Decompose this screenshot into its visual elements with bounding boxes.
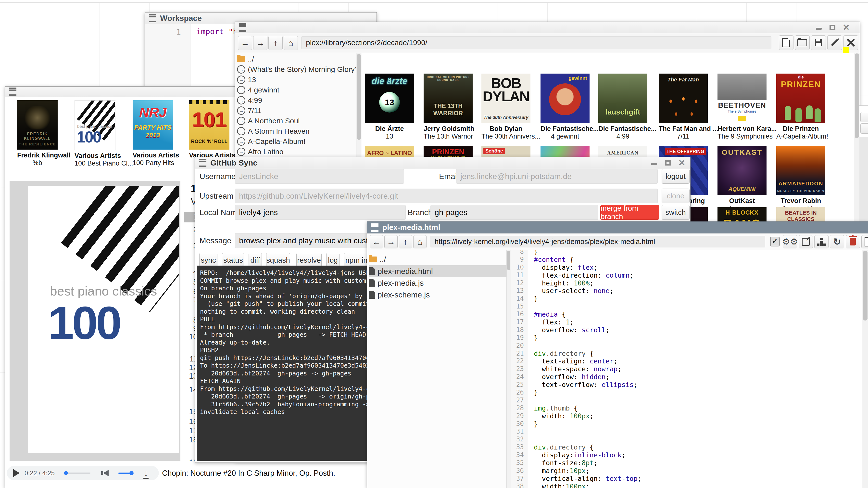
minimize-button[interactable] [815,24,823,31]
close-button[interactable]: × [842,24,850,31]
file-item[interactable]: plex-media.js [369,277,506,289]
volume-handle[interactable] [129,471,133,475]
album-tile[interactable]: PRINZENdieDie PrinzenA-Capella-Album! [776,73,825,140]
sidebar-item[interactable]: →Afro Latino [237,147,283,157]
menu-icon[interactable] [239,23,246,32]
code-editor[interactable]: }#content { display: flex; flex-directio… [528,250,862,488]
album-tile[interactable]: lauschgiftDie Fantastische...4:99 [598,73,647,140]
sidebar-item[interactable]: →A Northern Soul [237,116,300,126]
username-input[interactable] [235,169,404,184]
forward-button[interactable]: → [384,235,398,248]
album-tile[interactable]: 101ROCK 'N' ROLLVarious Artists [189,100,229,159]
switch-button[interactable]: switch [661,205,689,220]
sidebar-item[interactable]: →A-Capella-Album! [237,136,305,147]
editor-titlebar[interactable]: plex-media.html [367,222,868,234]
album-cover[interactable]: PRINZENdie [776,73,825,123]
back-button[interactable]: ← [370,235,383,248]
home-button[interactable]: ⌂ [284,36,298,50]
new-file-button[interactable] [861,235,868,248]
seek-slider[interactable] [63,472,90,474]
menu-icon[interactable] [9,88,17,96]
maximize-button[interactable] [664,159,672,166]
branch-input[interactable] [430,205,598,220]
minimize-button[interactable] [651,159,658,166]
album-tile[interactable]: THE 13TH WARRIORORIGINAL MOTION PICTURE … [424,73,473,140]
up-button[interactable]: ↑ [269,36,283,50]
url-input[interactable] [301,36,771,49]
sync-button[interactable]: sync [199,253,217,268]
album-cover[interactable]: 101ROCK 'N' ROLL [189,100,229,150]
audio-controls[interactable]: 0:22 / 4:25 ↓ [7,466,159,480]
log-button[interactable]: log [326,253,340,268]
localname-input[interactable] [235,205,406,220]
up-button[interactable]: ↑ [399,235,412,248]
album-cover[interactable]: FREDRIK KLINGWALLTHE RESILIENCE [17,100,58,150]
album-tile[interactable]: OUTKASTAQUEMINIOutKastAquemini [717,146,767,212]
upstream-input[interactable] [235,189,658,203]
edit-button[interactable] [827,35,842,50]
save-button[interactable] [811,35,826,50]
volume-icon[interactable] [103,470,108,476]
partial-button[interactable] [860,112,868,122]
open-external-button[interactable] [799,235,813,248]
email-input[interactable] [456,169,658,184]
album-cover[interactable]: The Fat Man [659,73,708,123]
refresh-button[interactable]: ↻ [830,235,844,248]
merge-from-branch-button[interactable]: merge from branch [600,205,659,220]
volume-slider[interactable] [118,472,133,474]
sidebar-item[interactable]: →7/11 [237,105,261,116]
close-button[interactable]: × [678,159,685,166]
squash-button[interactable]: squash [266,253,290,268]
sidebar-item[interactable]: →4 gewinnt [237,85,279,95]
album-cover[interactable]: NRJPARTY HITS 2013 [133,100,173,150]
album-cover[interactable]: lauschgift [598,73,647,123]
open-folder-button[interactable] [795,35,810,50]
menu-icon[interactable] [371,223,378,232]
menu-icon[interactable] [199,159,207,167]
album-cover[interactable]: die ärzte [365,73,414,123]
album-tile[interactable]: ARMAGEDDONMUSIC BY TREVOR RABINTrevor Ra… [776,146,825,212]
resolve-button[interactable]: resolve [297,253,321,268]
settings-button[interactable]: ⚙⚙ [783,235,797,248]
album-tile[interactable]: gewinntDie Fantastische...4 gewinnt [540,73,590,140]
album-cover[interactable]: BOB DYLANThe 30th Anniversary [482,73,530,123]
album-cover[interactable]: BEETHOVENThe 9 Symphonies [717,73,767,123]
album-cover[interactable]: THE 13TH WARRIORORIGINAL MOTION PICTURE … [424,73,473,123]
delete-button[interactable] [846,235,860,248]
album-tile[interactable]: best piano classics100Various Artists100… [74,100,115,167]
album-tile[interactable]: The Fat ManThe Fat Man and ...7/11 [659,73,708,140]
album-cover[interactable]: best piano classics100 [74,100,116,150]
maximize-button[interactable] [829,24,836,31]
new-file-button[interactable] [779,35,794,50]
file-item[interactable]: plex-scheme.js [369,289,506,301]
status-button[interactable]: status [222,253,244,268]
clone-button[interactable]: clone [661,189,689,203]
album-cover[interactable]: gewinnt [540,73,590,123]
album-cover[interactable]: ARMAGEDDONMUSIC BY TREVOR RABIN [776,146,825,195]
editor-scrollbar[interactable] [862,250,868,488]
sidebar-item[interactable]: →(What's the Story) Morning Glory? [237,64,359,74]
sitemap-button[interactable] [814,235,829,248]
home-button[interactable]: ⌂ [413,235,427,248]
auto-save-toggle[interactable]: ✓ [769,236,780,247]
url-input[interactable] [430,236,765,247]
back-button[interactable]: ← [238,36,252,50]
forward-button[interactable]: → [253,36,268,50]
file-item[interactable]: plex-media.html [369,265,506,277]
github-titlebar[interactable]: GitHub Sync × [195,157,690,169]
album-cover[interactable]: OUTKASTAQUEMINI [717,146,767,195]
partial-button[interactable] [860,123,868,134]
logout-button[interactable]: logout [661,169,689,184]
sidebar-item[interactable]: →13 [237,74,256,85]
play-button[interactable] [13,469,20,477]
seek-handle[interactable] [64,471,68,475]
sidebar-item[interactable]: →A Storm In Heaven [237,126,310,136]
file-item[interactable]: ../ [369,253,506,265]
album-tile[interactable]: FREDRIK KLINGWALLTHE RESILIENCEFredrik K… [17,100,58,167]
album-tile[interactable]: BEETHOVENThe 9 SymphoniesHerbert von Kar… [717,73,767,140]
download-icon[interactable]: ↓ [144,469,148,477]
file-list-scrollbar[interactable] [506,250,511,488]
album-tile[interactable]: NRJPARTY HITS 2013Various Artists100 Par… [133,100,173,167]
sidebar-item[interactable]: ../ [237,54,254,64]
album-tile[interactable]: BOB DYLANThe 30th AnniversaryBob DylanTh… [482,73,530,140]
